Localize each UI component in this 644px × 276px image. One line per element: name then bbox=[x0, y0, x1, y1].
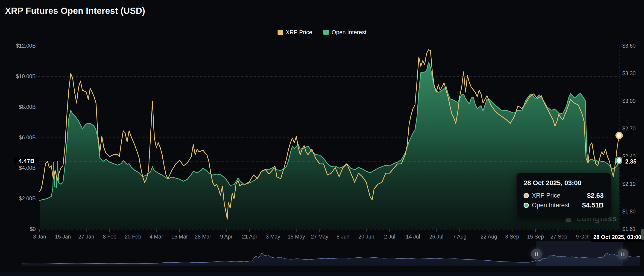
left-axis-label: $8.00B bbox=[0, 104, 36, 110]
open-interest-swatch-icon bbox=[324, 30, 329, 35]
x-axis-label: 3 May bbox=[266, 234, 280, 240]
tooltip-row-open-interest: Open Interest $4.51B bbox=[524, 201, 604, 209]
page-title: XRP Futures Open Interest (USD) bbox=[5, 6, 145, 16]
xrp-price-swatch-icon bbox=[278, 30, 283, 35]
footer-strip bbox=[0, 272, 644, 276]
x-axis-label: 20 Feb bbox=[124, 234, 141, 240]
x-axis-label: 26 Jul bbox=[429, 234, 444, 240]
axis-corner-button[interactable] bbox=[641, 229, 644, 240]
legend-label-open-interest: Open Interest bbox=[332, 29, 366, 36]
tooltip-open-interest-label: Open Interest bbox=[532, 202, 582, 209]
price-dot-icon bbox=[524, 193, 529, 198]
left-axis-label: $4.00B bbox=[0, 165, 36, 171]
x-axis-label: 14 Jul bbox=[406, 234, 420, 240]
tooltip: 28 Oct 2025, 03:00 XRP Price $2.63 Open … bbox=[516, 173, 611, 218]
right-axis-label: $1.61 bbox=[622, 226, 636, 232]
x-axis-label: 21 Apr bbox=[242, 234, 258, 240]
navigator-selection[interactable] bbox=[536, 241, 623, 266]
open-interest-dot-icon bbox=[524, 203, 529, 208]
tooltip-open-interest-value: $4.51B bbox=[582, 201, 604, 209]
tooltip-price-label: XRP Price bbox=[532, 192, 587, 199]
crosshair-date-pill: 28 Oct 2025, 03:00 bbox=[590, 232, 644, 242]
tooltip-date: 28 Oct 2025, 03:00 bbox=[524, 179, 604, 187]
left-axis-label: $12.00B bbox=[0, 43, 36, 49]
x-axis-label: 28 Mar bbox=[195, 234, 211, 240]
right-axis-label: $2.70 bbox=[622, 126, 636, 132]
open-interest-marker bbox=[616, 157, 622, 163]
x-axis-label: 27 Jan bbox=[78, 234, 94, 240]
x-axis-label: 7 Aug bbox=[453, 234, 466, 240]
x-axis-label: 22 Aug bbox=[480, 234, 497, 240]
left-axis-label: $2.00B bbox=[0, 195, 36, 202]
x-axis-label: 15 Jan bbox=[55, 234, 71, 240]
navigator-right-handle[interactable] bbox=[618, 249, 628, 260]
x-axis-label: 3 Sep bbox=[505, 234, 519, 240]
x-axis-label: 15 May bbox=[288, 234, 305, 240]
x-axis-label: 9 Oct bbox=[576, 234, 588, 240]
x-axis-label: 2 Jul bbox=[384, 234, 395, 240]
legend-label-xrp-price: XRP Price bbox=[286, 29, 312, 36]
oi-chart-panel: XRP Futures Open Interest (USD) XRP Pric… bbox=[0, 0, 644, 276]
x-axis-label: 27 Sep bbox=[550, 234, 567, 240]
x-axis-label: 9 Apr bbox=[220, 234, 233, 240]
legend: XRP Price Open Interest bbox=[0, 29, 644, 36]
left-axis-label: $6.00B bbox=[0, 135, 36, 141]
navigator-left-handle[interactable] bbox=[531, 249, 542, 260]
x-axis-label: 20 Jun bbox=[358, 234, 374, 240]
legend-item-xrp-price[interactable]: XRP Price bbox=[278, 29, 312, 36]
left-axis-label: $10.00B bbox=[0, 73, 36, 80]
current-price-axis-pill: 2.35 bbox=[622, 157, 640, 166]
x-axis-label: 3 Jan bbox=[33, 234, 46, 240]
xrp-price-marker bbox=[616, 132, 622, 138]
right-axis-label: $1.80 bbox=[622, 209, 636, 215]
right-axis-label: $3.00 bbox=[622, 98, 636, 104]
legend-item-open-interest[interactable]: Open Interest bbox=[324, 29, 366, 36]
current-oi-value-pill: 4.47B bbox=[14, 157, 39, 165]
right-axis-label: $2.10 bbox=[622, 181, 636, 187]
right-axis-label: $3.30 bbox=[622, 70, 636, 77]
x-axis-label: 15 Sep bbox=[527, 234, 544, 240]
x-axis-label: 8 Jun bbox=[336, 234, 350, 240]
tooltip-row-price: XRP Price $2.63 bbox=[524, 192, 604, 199]
x-axis-label: 8 Feb bbox=[103, 234, 116, 240]
right-axis-label: $3.60 bbox=[622, 43, 636, 49]
x-axis-label: 4 Mar bbox=[150, 234, 163, 240]
left-axis-label: $0 bbox=[0, 226, 36, 232]
x-axis-label: 27 May bbox=[311, 234, 328, 240]
tooltip-price-value: $2.63 bbox=[587, 192, 604, 199]
x-axis-label: 16 Mar bbox=[171, 234, 188, 240]
